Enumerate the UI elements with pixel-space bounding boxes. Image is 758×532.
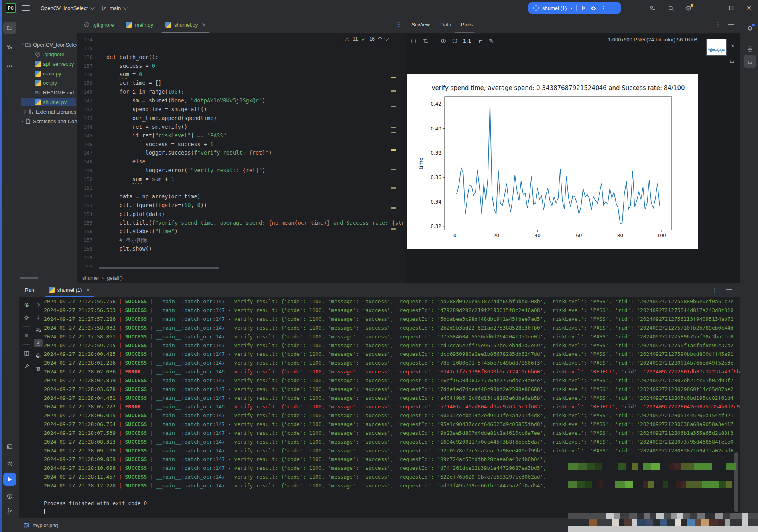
breadcrumb-item[interactable]: getall() [107, 275, 123, 281]
stripe-button-problems[interactable] [3, 490, 16, 503]
gear-button[interactable] [22, 313, 31, 322]
tab-plots[interactable]: Plots [461, 22, 473, 27]
plot-thumbnail[interactable] [706, 39, 727, 56]
tree-item-api-server-py[interactable]: api_server.py [19, 59, 77, 69]
next-problem-button[interactable] [384, 36, 389, 41]
code-line: else: [106, 157, 405, 166]
chevron-right-icon[interactable] [21, 120, 24, 122]
inspection-mark[interactable] [391, 228, 396, 230]
breadcrumb[interactable]: shumei › getall() [82, 273, 123, 283]
tab-data[interactable]: Data [440, 22, 451, 27]
close-icon[interactable]: ✕ [201, 22, 206, 28]
close-button[interactable]: ✕ [740, 0, 758, 16]
thumbnail-chart-icon[interactable] [729, 57, 735, 64]
debug-button[interactable] [590, 5, 597, 11]
sciview-options-icon[interactable]: ⋮ [715, 21, 721, 28]
editor-tab-shumei-py[interactable]: shumei.py✕ [159, 16, 212, 33]
inspection-mark[interactable] [391, 77, 396, 78]
stop-button[interactable] [22, 331, 31, 340]
close-icon[interactable]: ✕ [86, 287, 90, 293]
inspection-mark[interactable] [391, 169, 396, 170]
actual-size-button[interactable]: 1:1 [463, 38, 471, 44]
editor-horizontal-scrollbar[interactable] [99, 267, 219, 269]
chevron-right-icon[interactable] [22, 109, 26, 114]
edit-externally-icon[interactable]: ✎ [489, 38, 494, 44]
breadcrumb-item[interactable]: shumei [82, 275, 99, 281]
previous-problem-button[interactable] [378, 37, 382, 41]
sciview-minimize-icon[interactable]: — [728, 20, 734, 27]
main-menu-icon[interactable] [22, 5, 30, 11]
add-user-button[interactable] [648, 4, 656, 13]
tree-item-scratches-and-consoles[interactable]: Scratches and Consoles [19, 116, 77, 126]
console-caret[interactable] [44, 509, 45, 514]
stripe-button-more[interactable] [3, 60, 16, 73]
rerun-button[interactable] [22, 300, 31, 309]
minimize-button[interactable]: – [704, 0, 722, 16]
thumbnail-close-icon[interactable]: ✕ [730, 43, 735, 49]
stripe-button-terminal[interactable] [3, 440, 16, 453]
frame-icon[interactable] [411, 38, 417, 44]
tree-item-ocr-py[interactable]: ocr.py [19, 78, 77, 88]
scrollend-button[interactable] [34, 339, 43, 347]
tree-item--gitignore[interactable]: .gitignore [19, 49, 77, 59]
branch-selector[interactable]: main [98, 3, 129, 13]
rerun-icon [24, 302, 30, 308]
stripe-button-folder[interactable] [3, 22, 16, 34]
pixel-artifact-strip [568, 481, 736, 488]
status-file[interactable]: myplot.png [23, 522, 58, 528]
trash-button[interactable] [34, 364, 43, 373]
search-icon[interactable] [667, 4, 675, 13]
run-minimize-icon[interactable]: — [726, 285, 732, 292]
more-actions-button[interactable]: ⋮ [600, 5, 606, 11]
stripe-button-version-control[interactable] [3, 505, 16, 517]
run-widget[interactable]: shumei (1) ⋮ [528, 2, 621, 14]
run-options-icon[interactable]: ⋮ [712, 287, 718, 294]
inspection-mark[interactable] [391, 207, 396, 209]
stripe-button-notifications[interactable] [744, 22, 756, 35]
tree-item-external-libraries[interactable]: External Libraries [19, 107, 77, 116]
sciview-tool-window: SciView Data Plots ⋮ — ⊕ ⊖ 1:1 ✎ 1,000x6… [405, 16, 740, 283]
maximize-button[interactable] [722, 0, 740, 16]
tree-item-opencv-iconselect[interactable]: OpenCV_IconSelect [19, 40, 77, 49]
crop-icon[interactable] [423, 38, 429, 44]
tree-item-shumei-py[interactable]: shumei.py [19, 97, 77, 107]
chevron-down-icon[interactable] [21, 43, 24, 45]
project-tree-scrollbar[interactable] [20, 277, 38, 279]
inspection-mark[interactable] [391, 149, 396, 151]
zoom-out-icon[interactable]: ⊖ [452, 37, 457, 44]
code-line: spendtime = sm.getall() [106, 105, 405, 114]
stripe-button-run[interactable] [3, 473, 16, 486]
editor-tab--gitignore[interactable]: .gitignore [77, 16, 120, 33]
inspections-widget[interactable]: ⚠ 11 ✓ 16 [342, 34, 392, 44]
line-number: 136 [77, 53, 93, 62]
fit-to-window-icon[interactable] [477, 38, 483, 44]
inspection-mark[interactable] [391, 132, 396, 133]
line-number: 160 [77, 262, 93, 267]
zoom-in-icon[interactable]: ⊕ [441, 37, 446, 44]
line-number: 153 [77, 201, 93, 210]
project-selector[interactable]: OpenCV_IconSelect [38, 3, 96, 13]
inspection-mark[interactable] [391, 127, 396, 128]
inspection-mark[interactable] [391, 106, 396, 107]
stripe-button-sciview-chart[interactable] [744, 55, 756, 68]
softwrap-button[interactable] [34, 326, 43, 335]
run-button[interactable] [580, 5, 587, 11]
editor-tabs-more-icon[interactable]: ⋮ [396, 21, 402, 28]
code-area[interactable]: 1331341351361371381391401411421431441451… [77, 34, 405, 267]
down-button[interactable] [34, 313, 43, 322]
tree-item-main-py[interactable]: main.py [19, 69, 77, 78]
settings-gear-icon[interactable]: ⚙ [684, 4, 693, 13]
stripe-button-structure[interactable] [3, 41, 16, 53]
plot-image[interactable]: verify spend time, average spend: 0.3438… [407, 74, 698, 249]
inspection-mark[interactable] [391, 90, 396, 92]
tree-item-readme-md[interactable]: M↓README.md [19, 88, 77, 97]
split-button[interactable] [22, 349, 31, 358]
print-button[interactable] [34, 351, 43, 360]
up-button[interactable] [34, 300, 43, 309]
inspection-mark[interactable] [391, 187, 396, 189]
stripe-button-debug[interactable] [3, 457, 16, 470]
editor-tab-main-py[interactable]: main.py [120, 16, 159, 33]
stripe-button-database[interactable] [744, 43, 756, 55]
pin-button[interactable] [22, 362, 31, 371]
run-tab[interactable]: shumei (1) ✕ [45, 283, 94, 297]
